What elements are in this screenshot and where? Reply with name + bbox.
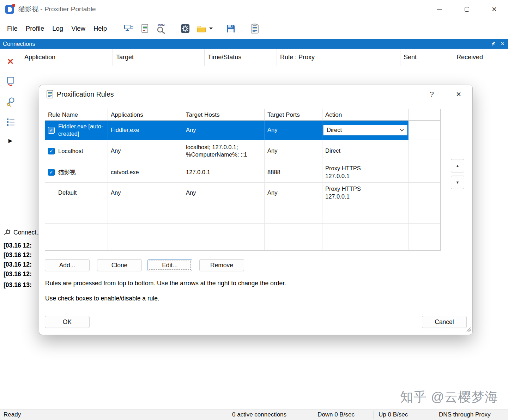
move-rule-up-button[interactable]: ▲ <box>451 159 464 172</box>
col-applications[interactable]: Applications <box>108 109 183 121</box>
rule-enabled-checkbox[interactable]: ✓ <box>48 148 55 154</box>
empty-cell <box>322 244 409 251</box>
side-toolbar: × ▶ <box>0 49 21 226</box>
connections-panel-title: Connections <box>3 41 35 47</box>
menu-help[interactable]: Help <box>93 23 108 35</box>
rule-name-cell: ✓ Localhost <box>45 140 108 162</box>
rule-target-hosts-cell: 127.0.0.1 <box>183 162 265 183</box>
col-empty <box>409 109 440 121</box>
menu-log[interactable]: Log <box>52 23 64 35</box>
col-action[interactable]: Action <box>322 109 409 121</box>
action-dropdown[interactable]: Direct <box>323 125 407 135</box>
col-target-ports[interactable]: Target Ports <box>265 109 322 121</box>
empty-cell <box>265 203 322 224</box>
menu-file[interactable]: File <box>6 23 18 35</box>
expand-arrow-icon[interactable]: ▶ <box>8 138 13 144</box>
col-time-status[interactable]: Time/Status <box>205 49 277 66</box>
edit-rule-button[interactable]: Edit... <box>147 259 192 271</box>
rule-target-ports-cell: Any <box>265 140 322 162</box>
rule-applications-cell: Any <box>108 183 183 203</box>
app-logo-icon <box>5 4 16 14</box>
rules-dialog-icon <box>46 90 55 99</box>
menu-view[interactable]: View <box>71 23 86 35</box>
rule-name: 猫影视 <box>58 169 76 176</box>
network-connections-icon[interactable] <box>123 23 135 35</box>
empty-row <box>45 203 440 224</box>
close-icon: × <box>492 5 497 13</box>
cancel-button[interactable]: Cancel <box>422 316 467 328</box>
rule-enabled-checkbox[interactable]: ✓ <box>48 169 55 176</box>
ok-button[interactable]: OK <box>45 316 90 328</box>
check-icon: ✓ <box>49 169 54 175</box>
connections-list-header: Application Target Time/Status Rule : Pr… <box>21 49 508 66</box>
rule-enabled-checkbox[interactable]: ✓ <box>48 127 55 134</box>
pin-icon[interactable] <box>490 41 495 47</box>
rules-order-hint: Rules are processed from top to bottom. … <box>45 280 286 287</box>
empty-cell <box>409 121 440 140</box>
rule-name: Default <box>58 189 77 196</box>
status-separator <box>373 411 374 419</box>
clear-connections-icon[interactable]: × <box>7 56 14 67</box>
proxification-rules-dialog: Proxification Rules ? × Rule Name Applic… <box>39 85 473 335</box>
rule-row-localhost[interactable]: ✓ Localhost Any localhost; 127.0.0.1; %C… <box>45 140 440 162</box>
properties-list-icon[interactable] <box>6 118 15 128</box>
rule-row-default[interactable]: Default Any Any Any Proxy HTTPS 127.0.0.… <box>45 183 440 203</box>
rule-applications-cell: catvod.exe <box>108 162 183 183</box>
empty-cell <box>183 203 265 224</box>
dialog-close-button[interactable]: × <box>453 85 465 103</box>
maximize-button[interactable] <box>453 0 480 18</box>
checkbox-hint: Use check boxes to enable/disable a rule… <box>45 295 159 302</box>
rule-target-hosts-cell: Any <box>183 183 265 203</box>
col-sent[interactable]: Sent <box>400 49 453 66</box>
save-profile-icon[interactable] <box>225 23 237 35</box>
settings-gear-icon[interactable] <box>179 23 191 35</box>
check-icon: ✓ <box>49 148 54 154</box>
menu-profile[interactable]: Profile <box>25 23 45 35</box>
empty-cell <box>265 224 322 244</box>
col-application[interactable]: Application <box>21 49 113 66</box>
rule-name: Fiddler.exe [auto-created] <box>58 123 103 137</box>
titlebar: 猫影视 - Proxifier Portable × <box>0 0 508 18</box>
col-target[interactable]: Target <box>113 49 205 66</box>
rule-name-cell: ✓ Fiddler.exe [auto-created] <box>45 121 108 140</box>
panel-close-icon[interactable]: × <box>501 41 504 47</box>
add-rule-button[interactable]: Add... <box>45 259 90 271</box>
clone-rule-button[interactable]: Clone <box>97 259 142 271</box>
close-connection-icon[interactable] <box>6 76 16 87</box>
close-button[interactable]: × <box>480 0 508 18</box>
down-arrow-icon: ▼ <box>456 180 460 184</box>
minimize-button[interactable] <box>425 0 453 18</box>
rule-target-hosts-cell: localhost; 127.0.0.1; %ComputerName%; ::… <box>183 140 265 162</box>
empty-cell <box>322 224 409 244</box>
toolbar: .COM <box>123 23 265 35</box>
col-received[interactable]: Received <box>453 49 508 66</box>
empty-row <box>45 244 440 251</box>
move-rule-down-button[interactable]: ▼ <box>451 176 464 189</box>
resize-grip[interactable] <box>466 327 471 333</box>
menubar: File Profile Log View Help .COM <box>0 18 508 39</box>
rule-row-catvod[interactable]: ✓ 猫影视 catvod.exe 127.0.0.1 8888 Proxy HT… <box>45 162 440 183</box>
status-down-rate: Down 0 B/sec <box>318 409 355 420</box>
rule-row-fiddler[interactable]: ✓ Fiddler.exe [auto-created] Fiddler.exe… <box>45 121 440 140</box>
empty-cell <box>409 224 440 244</box>
rule-action: Proxy HTTPS 127.0.0.1 <box>325 165 367 180</box>
window-title: 猫影视 - Proxifier Portable <box>18 0 96 18</box>
search-key-icon[interactable] <box>6 97 16 108</box>
proxy-checker-icon[interactable] <box>249 23 261 35</box>
minimize-icon <box>437 9 442 10</box>
col-rule-name[interactable]: Rule Name <box>45 109 108 121</box>
remove-rule-button[interactable]: Remove <box>199 259 244 271</box>
help-button[interactable]: ? <box>426 85 438 103</box>
rule-action-cell: Proxy HTTPS 127.0.0.1 <box>322 162 409 183</box>
connections-caption-bar: Connections × <box>0 39 508 49</box>
empty-cell <box>409 203 440 224</box>
rule-name-cell: Default <box>45 183 108 203</box>
tab-connect[interactable]: Connect... <box>13 229 42 236</box>
search-com-icon[interactable]: .COM <box>155 23 167 35</box>
col-target-hosts[interactable]: Target Hosts <box>183 109 265 121</box>
log-line: [03.16 12: <box>4 261 32 268</box>
report-log-icon[interactable] <box>139 23 151 35</box>
open-profile-folder-button[interactable] <box>195 23 213 35</box>
status-ready: Ready <box>4 409 21 420</box>
col-rule-proxy[interactable]: Rule : Proxy <box>277 49 400 66</box>
